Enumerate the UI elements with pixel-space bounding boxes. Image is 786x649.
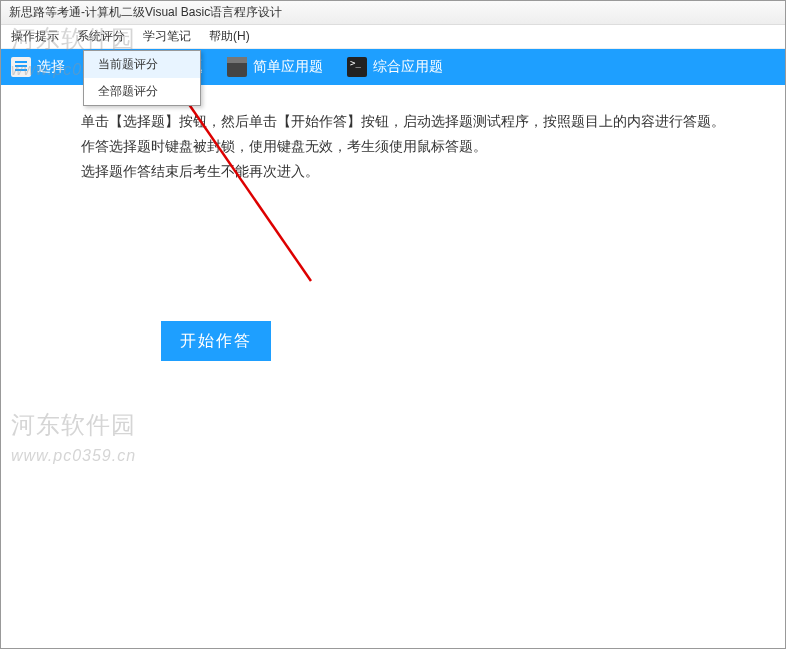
start-answer-button[interactable]: 开始作答 [161, 321, 271, 361]
tab-label: 综合应用题 [373, 58, 443, 76]
cmd-icon [347, 57, 367, 77]
title-bar: 新思路等考通-计算机二级Visual Basic语言程序设计 [1, 1, 785, 25]
list-icon [11, 57, 31, 77]
instruction-line: 单击【选择题】按钮，然后单击【开始作答】按钮，启动选择题测试程序，按照题目上的内… [53, 109, 733, 134]
tab-complex-app[interactable]: 综合应用题 [347, 57, 443, 77]
menu-notes[interactable]: 学习笔记 [143, 28, 191, 45]
menu-hint[interactable]: 操作提示 [11, 28, 59, 45]
tab-label: 选择 [37, 58, 65, 76]
tab-label: 简单应用题 [253, 58, 323, 76]
tab-simple-app[interactable]: 简单应用题 [227, 57, 323, 77]
watermark-cn: 河东软件园 [11, 412, 136, 438]
start-button-label: 开始作答 [180, 331, 252, 352]
dropdown-all-score[interactable]: 全部题评分 [84, 78, 200, 105]
watermark-url: www.pc0359.cn [11, 447, 136, 464]
menu-scoring[interactable]: 系统评分 [77, 28, 125, 45]
tab-choice[interactable]: 选择 [11, 57, 65, 77]
scoring-dropdown: 当前题评分 全部题评分 [83, 50, 201, 106]
menu-bar: 操作提示 系统评分 学习笔记 帮助(H) [1, 25, 785, 49]
dropdown-current-score[interactable]: 当前题评分 [84, 51, 200, 78]
app-icon [227, 57, 247, 77]
instruction-line: 选择题作答结束后考生不能再次进入。 [53, 159, 733, 184]
watermark: 河东软件园 www.pc0359.cn [11, 409, 136, 467]
menu-help[interactable]: 帮助(H) [209, 28, 250, 45]
window-title: 新思路等考通-计算机二级Visual Basic语言程序设计 [9, 4, 282, 21]
instruction-line: 作答选择题时键盘被封锁，使用键盘无效，考生须使用鼠标答题。 [53, 134, 733, 159]
